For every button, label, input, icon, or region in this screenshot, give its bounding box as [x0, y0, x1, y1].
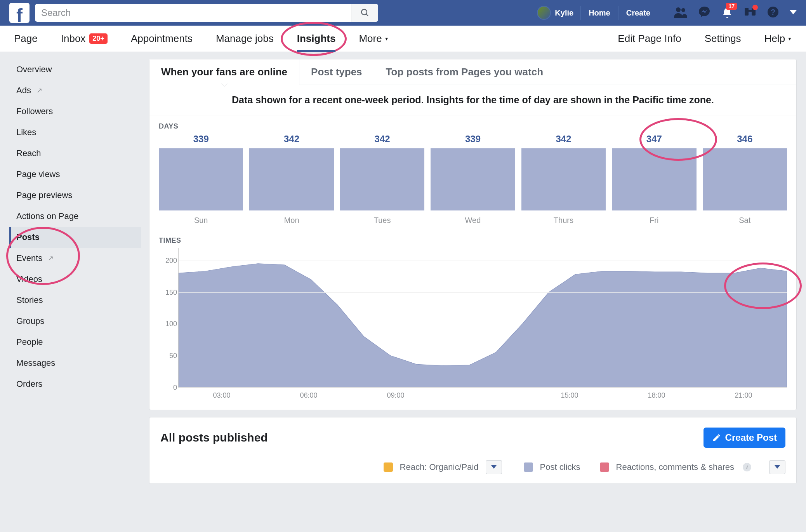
facebook-logo[interactable]: f — [9, 3, 30, 23]
x-label: 21:00 — [700, 391, 787, 400]
reactions-dropdown[interactable] — [769, 460, 785, 474]
day-column[interactable]: 342 Thurs — [521, 134, 606, 225]
sidebar-item-reach[interactable]: Reach — [9, 143, 141, 164]
y-tick: 200 — [159, 256, 177, 264]
sidebar-item-page-views[interactable]: Page views — [9, 164, 141, 185]
reach-dropdown[interactable] — [486, 460, 502, 474]
ctab-post-types[interactable]: Post types — [299, 59, 374, 85]
ctab-top-posts[interactable]: Top posts from Pages you watch — [374, 59, 555, 85]
day-label: Mon — [249, 216, 334, 225]
y-tick: 150 — [159, 288, 177, 296]
day-value: 339 — [431, 134, 515, 144]
days-chart: 339 Sun342 Mon342 Tues339 Wed342 Thurs34… — [149, 134, 796, 229]
edit-page-info[interactable]: Edit Page Info — [606, 26, 693, 52]
tab-page[interactable]: Page — [2, 26, 49, 52]
user-name: Kylie — [555, 9, 573, 17]
pencil-icon — [712, 433, 721, 442]
tab-appointments[interactable]: Appointments — [119, 26, 204, 52]
sidebar-item-actions-on-page[interactable]: Actions on Page — [9, 206, 141, 227]
main-content: When your fans are online Post types Top… — [149, 59, 797, 491]
sidebar-item-page-previews[interactable]: Page previews — [9, 185, 141, 206]
all-posts-card: All posts published Create Post Reach: O… — [149, 417, 797, 484]
inbox-badge: 20+ — [89, 33, 108, 44]
x-label: 09:00 — [352, 391, 439, 400]
home-link[interactable]: Home — [580, 6, 618, 20]
info-icon[interactable]: i — [743, 463, 751, 471]
sidebar-item-groups[interactable]: Groups — [9, 311, 141, 332]
quick-help-icon[interactable] — [744, 6, 756, 19]
svg-rect-4 — [745, 8, 749, 16]
tab-inbox[interactable]: Inbox 20+ — [49, 26, 119, 52]
top-right: Kylie Home Create 17 ? — [530, 6, 797, 20]
notifications-icon[interactable]: 17 — [721, 6, 733, 20]
alert-dot — [752, 5, 758, 10]
sidebar-item-stories[interactable]: Stories — [9, 290, 141, 311]
svg-point-0 — [361, 9, 367, 15]
y-tick: 100 — [159, 320, 177, 328]
x-label: 15:00 — [526, 391, 613, 400]
tab-more[interactable]: More▼ — [347, 26, 400, 52]
insights-sidebar: Overview Ads ↗ Followers Likes Reach Pag… — [9, 59, 141, 395]
day-column[interactable]: 347 Fri — [612, 134, 696, 225]
day-bar — [249, 148, 334, 210]
content-tabs: When your fans are online Post types Top… — [149, 59, 796, 85]
sidebar-item-messages[interactable]: Messages — [9, 353, 141, 374]
day-column[interactable]: 339 Wed — [431, 134, 515, 225]
sidebar-item-people[interactable]: People — [9, 332, 141, 353]
x-label: 18:00 — [613, 391, 700, 400]
settings-link[interactable]: Settings — [693, 26, 753, 52]
y-tick: 0 — [159, 384, 177, 392]
chevron-down-icon: ▼ — [787, 36, 792, 42]
day-column[interactable]: 346 Sat — [703, 134, 787, 225]
help-link[interactable]: Help▼ — [753, 26, 804, 52]
sidebar-item-ads[interactable]: Ads ↗ — [9, 80, 141, 101]
svg-point-3 — [681, 8, 685, 12]
day-label: Fri — [612, 216, 696, 225]
day-label: Sun — [159, 216, 243, 225]
sidebar-item-posts[interactable]: Posts — [9, 227, 141, 248]
search-input[interactable] — [35, 7, 351, 18]
sidebar-item-events[interactable]: Events ↗ — [9, 248, 141, 269]
search-container — [35, 4, 378, 22]
day-value: 342 — [249, 134, 334, 144]
sidebar-item-followers[interactable]: Followers — [9, 101, 141, 122]
sidebar-item-likes[interactable]: Likes — [9, 122, 141, 143]
times-label: TIMES — [149, 229, 796, 248]
create-post-button[interactable]: Create Post — [704, 428, 785, 448]
legend-clicks: Post clicks — [540, 462, 580, 472]
x-label — [439, 391, 526, 400]
day-label: Wed — [431, 216, 515, 225]
y-tick: 50 — [159, 352, 177, 360]
ctab-when-fans-online[interactable]: When your fans are online — [149, 59, 299, 85]
day-column[interactable]: 339 Sun — [159, 134, 243, 225]
tab-manage-jobs[interactable]: Manage jobs — [204, 26, 285, 52]
day-bar — [159, 148, 243, 210]
friend-requests-icon[interactable] — [674, 6, 687, 19]
legend: Reach: Organic/Paid Post clicks Reaction… — [149, 456, 796, 483]
day-bar — [703, 148, 787, 210]
account-dropdown[interactable] — [790, 9, 797, 16]
avatar — [537, 6, 551, 20]
page-tabs: Page Inbox 20+ Appointments Manage jobs … — [0, 26, 806, 52]
tab-insights[interactable]: Insights — [285, 26, 347, 52]
day-column[interactable]: 342 Tues — [340, 134, 424, 225]
day-bar — [612, 148, 696, 210]
user-chip[interactable]: Kylie — [530, 6, 580, 20]
search-icon — [360, 8, 370, 17]
day-column[interactable]: 342 Mon — [249, 134, 334, 225]
svg-line-1 — [366, 14, 368, 16]
x-label: 03:00 — [178, 391, 265, 400]
all-posts-title: All posts published — [160, 431, 268, 444]
x-label: 06:00 — [265, 391, 352, 400]
search-button[interactable] — [351, 4, 378, 22]
sidebar-item-videos[interactable]: Videos — [9, 269, 141, 290]
sidebar-item-overview[interactable]: Overview — [9, 59, 141, 80]
help-icon[interactable]: ? — [767, 6, 779, 19]
sidebar-item-orders[interactable]: Orders — [9, 374, 141, 395]
create-link[interactable]: Create — [618, 6, 658, 20]
day-value: 342 — [521, 134, 606, 144]
messenger-icon[interactable] — [698, 6, 710, 20]
svg-rect-6 — [749, 10, 752, 12]
svg-text:?: ? — [771, 8, 775, 16]
day-bar — [340, 148, 424, 210]
